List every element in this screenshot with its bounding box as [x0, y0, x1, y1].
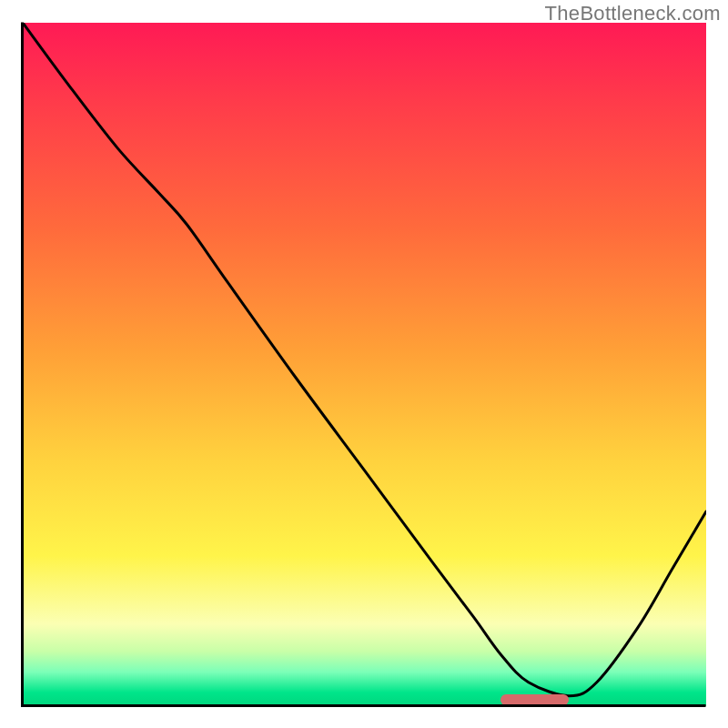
watermark-text: TheBottleneck.com — [545, 2, 721, 25]
plot-area — [23, 23, 706, 706]
bottleneck-curve — [23, 23, 706, 706]
chart-root: TheBottleneck.com — [0, 0, 728, 728]
optimal-zone-marker — [500, 694, 569, 705]
